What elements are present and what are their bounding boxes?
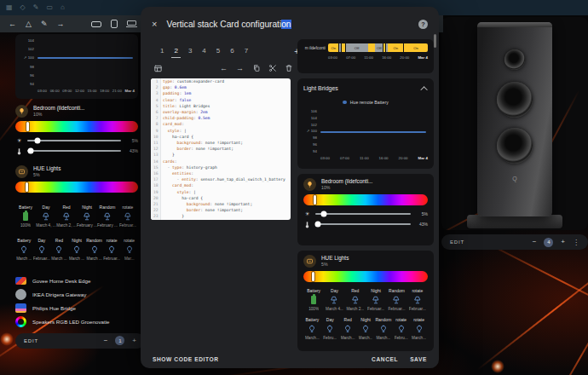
device-download-icon[interactable] — [111, 20, 118, 28]
help-icon[interactable]: ? — [418, 20, 428, 29]
scene-column[interactable]: DayMarch 4... — [324, 288, 344, 311]
keyboard-icon[interactable] — [91, 21, 101, 27]
brightness-slider[interactable] — [315, 213, 411, 215]
scene-column[interactable]: RandomMarch ... — [85, 238, 103, 261]
scene-column[interactable]: NightMarch ... — [68, 238, 86, 261]
save-button[interactable]: SAVE — [410, 356, 427, 362]
color-slider-handle[interactable] — [26, 122, 29, 131]
window-icon[interactable]: ▭ — [46, 4, 53, 11]
color-slider[interactable] — [303, 194, 428, 205]
brightness-knob[interactable] — [35, 138, 41, 144]
scene-column[interactable]: DayMarch 4, ... — [36, 205, 56, 228]
color-slider[interactable] — [15, 182, 138, 193]
scene-column[interactable]: Battery100% — [15, 205, 36, 228]
scene-column[interactable]: rotateFebru... — [392, 317, 410, 340]
hue-lights-card[interactable]: HUE Lights 5% Battery100%DayMarch 4...Re… — [297, 251, 434, 351]
scene-column[interactable]: RandomMarch... — [374, 317, 392, 340]
edit-button[interactable]: EDIT — [450, 239, 464, 245]
redo-icon[interactable]: → — [56, 20, 64, 28]
color-slider-handle[interactable] — [312, 272, 314, 281]
undo-icon[interactable]: ← — [9, 20, 16, 28]
scene-column[interactable]: BatteryMarch ... — [15, 238, 33, 261]
scene-column[interactable]: BatteryMarch... — [303, 317, 321, 340]
scene-column[interactable]: NightFebruary ... — [77, 205, 97, 228]
light-bulb-icon[interactable] — [303, 178, 316, 191]
scene-column[interactable]: rotateMarch... — [410, 317, 428, 340]
scene-column[interactable]: NightMarch... — [357, 317, 375, 340]
scene-column[interactable]: RandomFebruary ... — [97, 205, 118, 228]
color-slider[interactable] — [15, 121, 138, 132]
color-slider[interactable] — [303, 271, 428, 282]
decrement-button[interactable]: − — [533, 239, 537, 245]
yaml-code-editor[interactable]: 1type: custom:expander-card2gap: 0.6em3p… — [151, 78, 291, 220]
shapes-icon[interactable]: △ — [26, 20, 32, 28]
close-icon[interactable]: × — [152, 20, 157, 29]
hue-lights-card[interactable]: HUE Lights 5% — [15, 165, 138, 193]
timeline-history-card[interactable]: m ildefconti OnOffOffOnOn 03:0007:0011:0… — [297, 39, 434, 73]
tab-2[interactable]: 2 — [171, 45, 180, 58]
duplicate-icon[interactable] — [251, 64, 262, 72]
delete-icon[interactable] — [283, 64, 294, 72]
tab-7[interactable]: 7 — [242, 45, 251, 57]
cancel-button[interactable]: CANCEL — [372, 356, 398, 362]
color-slider-handle[interactable] — [314, 195, 316, 205]
scene-column[interactable]: rotateMar... — [120, 238, 138, 261]
device-row[interactable]: Speakers RGB LED Groenovatie — [15, 315, 138, 329]
laptop-icon[interactable] — [127, 20, 136, 26]
scene-column[interactable]: rotateFebruar... — [103, 238, 121, 261]
pencil-icon[interactable]: ✎ — [33, 4, 39, 11]
hue-bridge-device-icon[interactable] — [303, 255, 316, 268]
diamond-icon[interactable]: ◇ — [20, 4, 26, 11]
color-temp-knob[interactable] — [315, 222, 321, 228]
tab-3[interactable]: 3 — [186, 45, 194, 57]
device-row[interactable]: Govee Home Desk Edge — [15, 274, 138, 288]
scene-column[interactable]: Battery100% — [303, 288, 324, 311]
scene-column[interactable]: RandomFebruar... — [386, 288, 406, 311]
visual-editor-icon[interactable] — [153, 64, 164, 73]
scene-column[interactable]: rotateFebruar... — [118, 205, 138, 228]
history-graph-card[interactable]: 104102↗ 100989694 03:0006:0009:0012:0015… — [15, 34, 138, 99]
scene-column[interactable]: NightFebruar... — [366, 288, 386, 311]
hue-bridge-device-icon[interactable] — [15, 165, 28, 178]
scene-column[interactable]: RedMarch 2, ... — [56, 205, 77, 228]
scene-column[interactable]: RedMarch 2... — [345, 288, 366, 311]
scene-column[interactable]: DayFebruar... — [33, 238, 51, 261]
bedroom-light-card[interactable]: Bedroom (ildefconti... 10% ☀ 5% — [15, 105, 138, 155]
scene-column[interactable]: rotateFebruar... — [407, 288, 428, 311]
dialog-scrollbar[interactable] — [434, 34, 436, 48]
edit-button[interactable]: EDIT — [24, 338, 38, 343]
color-temp-slider[interactable] — [27, 150, 121, 152]
cut-icon[interactable] — [267, 64, 278, 72]
tab-5[interactable]: 5 — [214, 45, 222, 57]
color-slider-handle[interactable] — [26, 182, 28, 192]
expander-card[interactable]: Light Bridges Hue remote Battery 1061041… — [297, 78, 434, 169]
brightness-knob[interactable] — [321, 211, 327, 217]
scene-name: Night — [360, 317, 371, 322]
home-icon[interactable]: ⌂ — [61, 4, 65, 11]
device-row[interactable]: Philips Hue Bridge — [15, 302, 138, 315]
light-bulb-icon[interactable] — [15, 105, 28, 118]
bedroom-light-card[interactable]: Bedroom (ildefconti... 10% ☀ 5% — [297, 174, 434, 245]
increment-button[interactable]: + — [561, 239, 565, 245]
color-temp-knob[interactable] — [28, 148, 34, 154]
overflow-menu-icon[interactable]: ⋮ — [573, 239, 579, 246]
decrement-button[interactable]: − — [104, 338, 108, 344]
scene-column[interactable]: RedMarch ... — [50, 238, 68, 261]
tab-6[interactable]: 6 — [228, 45, 236, 57]
move-right-icon[interactable]: → — [234, 65, 245, 72]
scene-column[interactable]: RedMarch... — [339, 317, 357, 340]
chevron-up-icon[interactable] — [420, 86, 427, 93]
increment-button[interactable]: + — [132, 338, 136, 344]
move-left-icon[interactable]: ← — [218, 65, 229, 72]
scene-column[interactable]: DayFebru... — [321, 317, 339, 340]
show-code-editor-button[interactable]: SHOW CODE EDITOR — [153, 356, 219, 362]
light-name: HUE Lights — [321, 255, 349, 261]
color-temp-slider[interactable] — [315, 223, 411, 225]
brightness-slider[interactable] — [27, 140, 121, 141]
grid-icon[interactable]: ▦ — [6, 4, 13, 11]
device-row[interactable]: IKEA Dirigera Gateway — [15, 288, 138, 302]
tab-1[interactable]: 1 — [158, 45, 166, 57]
draw-icon[interactable]: ✎ — [41, 20, 48, 28]
speaker-picture-card[interactable]: Q — [441, 17, 588, 230]
tab-4[interactable]: 4 — [199, 45, 208, 57]
